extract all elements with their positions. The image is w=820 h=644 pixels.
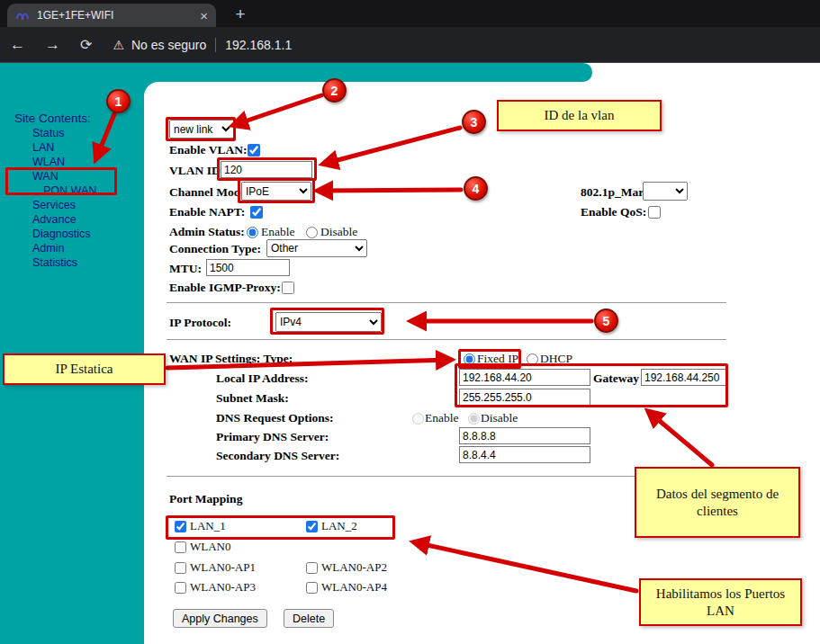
callout-segment: Datos del segmento de clientes [635, 467, 800, 538]
igmp-proxy-checkbox[interactable] [282, 282, 294, 294]
port-wlan0-ap3[interactable]: WLAN0-AP3 [175, 580, 256, 595]
enable-napt-label: Enable NAPT: [169, 205, 245, 219]
sidebar-item-pon-wan[interactable]: PON WAN [43, 184, 96, 197]
secondary-dns-input[interactable] [459, 446, 590, 463]
channel-mode-label: Channel Mode: [169, 185, 250, 200]
admin-enable-radio[interactable] [247, 227, 258, 238]
fixed-ip-radio[interactable] [464, 353, 475, 365]
annotation-badge-5: 5 [594, 309, 618, 333]
lan2-checkbox[interactable] [306, 521, 318, 532]
dns-disable-radio[interactable] [468, 413, 480, 425]
annotation-badge-2: 2 [322, 78, 347, 103]
port-wlan0-ap2[interactable]: WLAN0-AP2 [306, 560, 387, 575]
sidebar-item-services[interactable]: Services [32, 199, 76, 211]
sidebar-item-diagnostics[interactable]: Diagnostics [32, 228, 91, 240]
dns-enable-label: Enable [425, 411, 458, 425]
admin-status-label: Admin Status: [169, 225, 245, 239]
lan1-checkbox[interactable] [175, 521, 186, 532]
reload-icon[interactable]: ⟳ [80, 36, 92, 53]
sidebar-item-wan[interactable]: WAN [32, 170, 59, 183]
callout-ports: Habilitamos los Puertos LAN [639, 578, 802, 626]
new-tab-button[interactable]: + [229, 3, 252, 26]
url-text[interactable]: 192.168.1.1 [225, 38, 292, 52]
enable-vlan-label: Enable VLAN: [169, 143, 247, 157]
browser-toolbar: ← → ⟳ ⚠ No es seguro 192.168.1.1 [0, 27, 820, 63]
wlan0-ap3-checkbox[interactable] [175, 582, 186, 594]
browser-tab-strip: 1GE+1FE+WIFI × + [0, 0, 820, 27]
channel-mode-select[interactable]: IPoE [241, 182, 311, 201]
connection-type-select[interactable]: Other [266, 239, 367, 257]
enable-qos-checkbox[interactable] [648, 206, 661, 219]
lan1-label: LAN_1 [190, 519, 226, 533]
secondary-dns-label: Secondary DNS Server: [216, 449, 339, 463]
wlan0-ap4-checkbox[interactable] [306, 582, 318, 594]
wlan0-label: WLAN0 [190, 540, 231, 554]
wlan0-ap1-checkbox[interactable] [175, 562, 186, 574]
security-label[interactable]: No es seguro [131, 38, 206, 52]
enable-napt-checkbox[interactable] [250, 206, 263, 219]
link-select[interactable]: new link [169, 120, 234, 139]
sidebar-item-statistics[interactable]: Statistics [32, 256, 77, 269]
delete-button[interactable]: Delete [284, 609, 334, 628]
lan2-label: LAN_2 [321, 519, 357, 533]
enable-qos-label: Enable QoS: [581, 205, 646, 219]
browser-tab[interactable]: 1GE+1FE+WIFI × [7, 4, 216, 27]
mtu-input[interactable] [206, 259, 290, 276]
vlan-id-input[interactable] [221, 161, 312, 178]
wlan0-ap4-label: WLAN0-AP4 [321, 580, 387, 595]
site-contents-title: Site Contents: [14, 112, 91, 125]
address-bar[interactable]: ⚠ No es seguro 192.168.1.1 [113, 38, 292, 52]
omnibox-divider [215, 38, 216, 52]
gateway-label: Gateway : [593, 371, 646, 386]
screen: 1GE+1FE+WIFI × + ← → ⟳ ⚠ No es seguro 19… [0, 0, 820, 644]
port-lan2[interactable]: LAN_2 [306, 519, 357, 533]
local-ip-input[interactable] [459, 369, 590, 386]
primary-dns-input[interactable] [459, 427, 590, 444]
subnet-mask-label: Subnet Mask: [216, 391, 289, 406]
wlan0-ap1-label: WLAN0-AP1 [190, 560, 256, 575]
back-icon[interactable]: ← [10, 36, 25, 54]
gateway-input[interactable] [641, 369, 726, 386]
sidebar-item-advance[interactable]: Advance [32, 213, 77, 226]
local-ip-label: Local IP Address: [216, 371, 309, 386]
wlan0-ap3-label: WLAN0-AP3 [190, 580, 256, 595]
apply-changes-button[interactable]: Apply Changes [173, 609, 267, 628]
sidebar-item-status[interactable]: Status [32, 127, 64, 139]
dns-enable-radio[interactable] [412, 413, 424, 425]
dns-request-label: DNS Request Options: [216, 411, 334, 425]
admin-disable-label: Disable [320, 225, 357, 239]
divider [167, 302, 726, 303]
fixed-ip-label: Fixed IP [477, 352, 518, 366]
divider [167, 339, 726, 340]
dns-disable-label: Disable [481, 411, 518, 425]
port-wlan0-ap4[interactable]: WLAN0-AP4 [306, 580, 387, 595]
tab-title: 1GE+1FE+WIFI [37, 9, 193, 22]
wlan0-ap2-checkbox[interactable] [306, 562, 318, 574]
admin-disable-radio[interactable] [306, 227, 318, 238]
sidebar-item-wlan[interactable]: WLAN [32, 156, 65, 168]
wlan0-checkbox[interactable] [175, 541, 186, 553]
port-lan1[interactable]: LAN_1 [175, 519, 226, 533]
mtu-label: MTU: [169, 262, 202, 276]
port-wlan0[interactable]: WLAN0 [175, 540, 231, 554]
not-secure-warning-icon: ⚠ [113, 38, 124, 52]
wan-ip-type-label: WAN IP Settings: Type: [169, 352, 293, 366]
sidebar-item-lan[interactable]: LAN [32, 141, 54, 154]
sidebar-item-admin[interactable]: Admin [32, 242, 64, 255]
ip-protocol-label: IP Protocol: [169, 316, 231, 330]
forward-icon[interactable]: → [45, 36, 60, 54]
p-mark-select[interactable] [643, 182, 688, 201]
annotation-badge-3: 3 [462, 110, 486, 134]
callout-vlan-id: ID de la vlan [497, 100, 662, 131]
ip-protocol-select[interactable]: IPv4 [275, 312, 382, 332]
enable-vlan-checkbox[interactable] [248, 144, 260, 157]
port-wlan0-ap1[interactable]: WLAN0-AP1 [175, 560, 256, 575]
callout-static-ip: IP Estatica [3, 353, 166, 385]
subnet-mask-input[interactable] [459, 389, 590, 406]
vlan-id-label: VLAN ID: [169, 164, 224, 178]
annotation-badge-4: 4 [464, 176, 488, 201]
primary-dns-label: Primary DNS Server: [216, 430, 329, 444]
tab-close-icon[interactable]: × [200, 9, 208, 22]
dhcp-radio[interactable] [527, 353, 538, 365]
port-mapping-title: Port Mapping [169, 492, 242, 506]
